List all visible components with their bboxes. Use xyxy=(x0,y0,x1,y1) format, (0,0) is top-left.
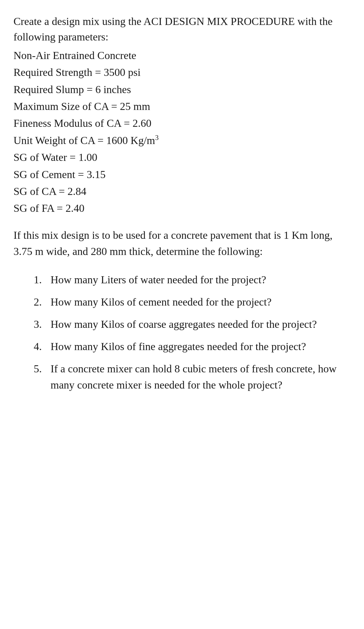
param-sg-ca: SG of CA = 2.84 xyxy=(13,183,351,199)
question-item-1: 1. How many Liters of water needed for t… xyxy=(34,271,351,288)
questions-list: 1. How many Liters of water needed for t… xyxy=(13,271,351,393)
param-required-strength: Required Strength = 3500 psi xyxy=(13,64,351,80)
list-number-3: 3. xyxy=(34,316,51,332)
intro-text: Create a design mix using the ACI DESIGN… xyxy=(13,15,333,43)
question-item-3: 3. How many Kilos of coarse aggregates n… xyxy=(34,316,351,332)
param-sg-fa: SG of FA = 2.40 xyxy=(13,200,351,216)
question-text-1: How many Liters of water needed for the … xyxy=(51,271,351,288)
param-fineness-modulus: Fineness Modulus of CA = 2.60 xyxy=(13,115,351,131)
scenario-text: If this mix design is to be used for a c… xyxy=(13,229,332,257)
question-text-5: If a concrete mixer can hold 8 cubic met… xyxy=(51,361,351,393)
params-section: Non-Air Entrained Concrete Required Stre… xyxy=(13,48,351,216)
intro-paragraph: Create a design mix using the ACI DESIGN… xyxy=(13,13,351,45)
param-unit-weight: Unit Weight of CA = 1600 Kg/m3 xyxy=(13,133,351,148)
question-item-5: 5. If a concrete mixer can hold 8 cubic … xyxy=(34,361,351,393)
param-sg-cement: SG of Cement = 3.15 xyxy=(13,167,351,182)
question-text-3: How many Kilos of coarse aggregates need… xyxy=(51,316,351,332)
param-sg-water: SG of Water = 1.00 xyxy=(13,149,351,165)
list-number-2: 2. xyxy=(34,294,51,310)
param-max-size-ca: Maximum Size of CA = 25 mm xyxy=(13,98,351,114)
list-number-4: 4. xyxy=(34,338,51,354)
question-text-2: How many Kilos of cement needed for the … xyxy=(51,294,351,310)
list-number-5: 5. xyxy=(34,361,51,377)
question-text-4: How many Kilos of fine aggregates needed… xyxy=(51,338,351,354)
scenario-paragraph: If this mix design is to be used for a c… xyxy=(13,227,351,259)
param-required-slump: Required Slump = 6 inches xyxy=(13,82,351,97)
question-item-2: 2. How many Kilos of cement needed for t… xyxy=(34,294,351,310)
param-concrete-type: Non-Air Entrained Concrete xyxy=(13,48,351,63)
superscript-3: 3 xyxy=(155,134,158,141)
question-item-4: 4. How many Kilos of fine aggregates nee… xyxy=(34,338,351,354)
list-number-1: 1. xyxy=(34,271,51,288)
